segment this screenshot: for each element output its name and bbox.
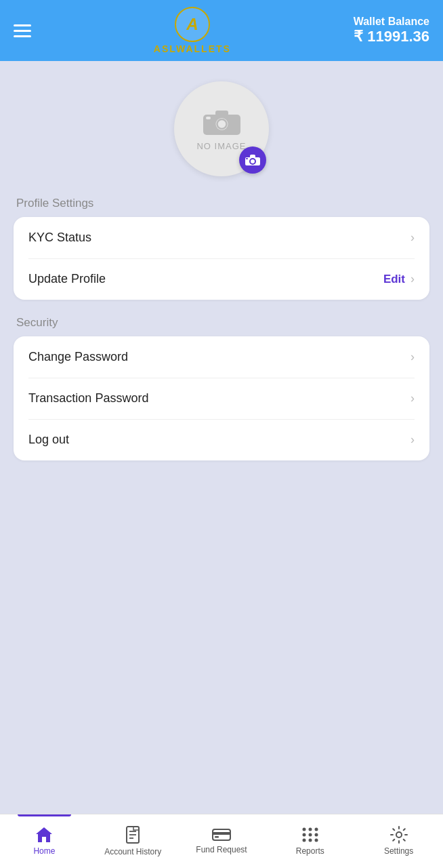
main-content: NO IMAGE Profile Settings KYC Status › U… xyxy=(0,61,443,814)
reports-icon xyxy=(301,826,320,844)
kyc-status-right: › xyxy=(410,231,415,245)
wallet-info: Wallet Balance ₹ 11991.36 xyxy=(354,16,429,45)
update-profile-chevron-icon: › xyxy=(410,272,415,286)
logo-text: ASLWALLETS xyxy=(154,43,231,54)
nav-reports[interactable]: Reports xyxy=(266,814,354,868)
wallet-amount: ₹ 11991.36 xyxy=(354,28,429,45)
home-icon xyxy=(35,826,54,844)
logout-item[interactable]: Log out › xyxy=(14,419,429,460)
reports-nav-label: Reports xyxy=(296,846,324,856)
account-history-nav-label: Account History xyxy=(104,847,161,856)
svg-rect-14 xyxy=(213,832,230,835)
change-password-chevron-icon: › xyxy=(410,350,415,364)
nav-home[interactable]: Home xyxy=(0,814,89,868)
svg-point-25 xyxy=(396,832,402,837)
update-profile-item[interactable]: Update Profile Edit › xyxy=(14,258,429,300)
kyc-status-label: KYC Status xyxy=(28,231,91,245)
kyc-status-item[interactable]: KYC Status › xyxy=(14,217,429,258)
svg-point-19 xyxy=(302,833,305,837)
menu-button[interactable] xyxy=(14,24,31,37)
svg-rect-3 xyxy=(215,111,228,116)
app-logo: A ASLWALLETS xyxy=(154,7,231,54)
transaction-password-label: Transaction Password xyxy=(28,391,148,406)
change-password-label: Change Password xyxy=(28,350,128,364)
change-password-right: › xyxy=(410,350,415,364)
transaction-password-chevron-icon: › xyxy=(410,391,415,406)
svg-point-24 xyxy=(314,839,318,842)
nav-account-history[interactable]: Account History xyxy=(89,814,177,868)
security-card: Change Password › Transaction Password ›… xyxy=(14,336,429,460)
settings-icon xyxy=(390,826,408,844)
svg-rect-15 xyxy=(215,836,219,838)
svg-rect-8 xyxy=(246,158,248,159)
fund-request-nav-label: Fund Request xyxy=(196,845,247,854)
no-image-text: NO IMAGE xyxy=(196,141,246,151)
svg-point-16 xyxy=(302,828,305,831)
svg-point-22 xyxy=(302,839,305,842)
home-nav-label: Home xyxy=(33,846,55,856)
change-password-item[interactable]: Change Password › xyxy=(14,336,429,378)
edit-label: Edit xyxy=(383,273,405,286)
svg-point-23 xyxy=(308,839,312,842)
upload-photo-button[interactable] xyxy=(239,146,266,174)
bottom-navigation: Home Account History Fund Request xyxy=(0,814,443,868)
profile-image-wrapper: NO IMAGE xyxy=(174,81,269,176)
camera-icon-small xyxy=(245,154,260,166)
logout-label: Log out xyxy=(28,433,69,447)
logout-right: › xyxy=(410,433,415,447)
settings-nav-label: Settings xyxy=(384,846,413,856)
svg-point-17 xyxy=(308,828,312,831)
svg-point-21 xyxy=(314,833,318,837)
svg-point-18 xyxy=(314,828,318,831)
svg-rect-7 xyxy=(250,155,255,158)
nav-fund-request[interactable]: Fund Request xyxy=(177,814,266,868)
security-section-label: Security xyxy=(14,316,429,330)
update-profile-right: Edit › xyxy=(383,272,415,286)
account-history-icon xyxy=(124,825,142,844)
svg-rect-4 xyxy=(206,117,211,119)
transaction-password-right: › xyxy=(410,391,415,406)
app-header: A ASLWALLETS Wallet Balance ₹ 11991.36 xyxy=(0,0,443,61)
profile-settings-label: Profile Settings xyxy=(14,197,429,210)
nav-settings[interactable]: Settings xyxy=(354,814,443,868)
logo-letter: A xyxy=(186,15,198,34)
update-profile-label: Update Profile xyxy=(28,272,106,286)
kyc-chevron-icon: › xyxy=(410,231,415,245)
transaction-password-item[interactable]: Transaction Password › xyxy=(14,378,429,419)
profile-settings-card: KYC Status › Update Profile Edit › xyxy=(14,217,429,300)
wallet-label: Wallet Balance xyxy=(354,16,429,28)
camera-icon-large xyxy=(203,106,240,137)
fund-request-icon xyxy=(212,827,231,842)
svg-point-20 xyxy=(308,833,312,837)
logout-chevron-icon: › xyxy=(410,433,415,447)
